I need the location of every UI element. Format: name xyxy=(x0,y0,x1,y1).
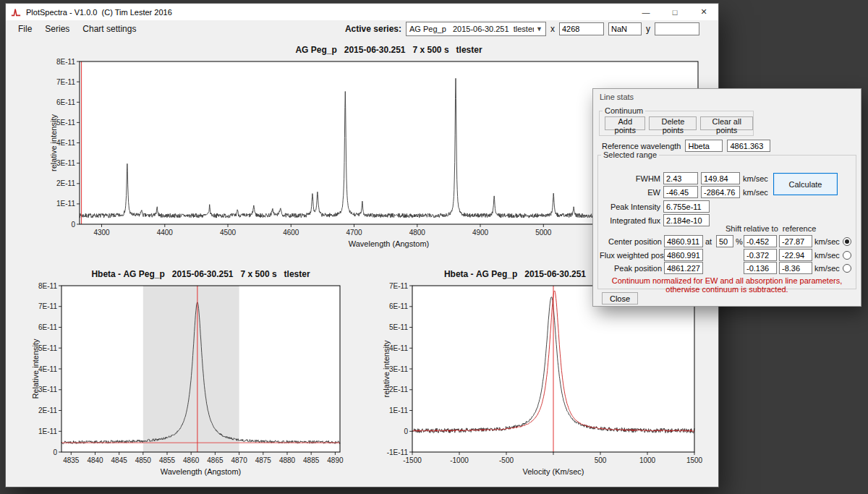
svg-text:2E-11: 2E-11 xyxy=(389,386,408,393)
center-shift-kmsec-field[interactable] xyxy=(779,235,812,247)
peak-shift-angstrom-field[interactable] xyxy=(744,262,777,274)
peak-position-field[interactable] xyxy=(664,262,703,274)
active-series-cluster: Active series: AG Peg_p 2015-06-30.251 t… xyxy=(345,22,699,36)
x-coordinate-label: x xyxy=(550,24,555,34)
peak-shift-kmsec-field[interactable] xyxy=(779,262,812,274)
svg-text:3E-11: 3E-11 xyxy=(56,159,75,167)
svg-text:4E-11: 4E-11 xyxy=(56,139,75,147)
continuum-note-line1: Continuum normalized for EW and all abso… xyxy=(598,276,856,285)
svg-text:4800: 4800 xyxy=(409,229,426,237)
at-label: at xyxy=(705,237,714,246)
ew-row: EW km/sec xyxy=(600,186,772,198)
svg-text:4400: 4400 xyxy=(157,229,174,237)
svg-text:5E-11: 5E-11 xyxy=(38,344,57,352)
dialog-title: Line stats xyxy=(600,93,634,101)
peak-position-label: Peak position xyxy=(600,264,662,273)
svg-text:1E-11: 1E-11 xyxy=(56,200,75,208)
center-position-field[interactable] xyxy=(664,235,703,247)
minimize-button[interactable]: — xyxy=(631,4,660,20)
svg-text:-1E-11: -1E-11 xyxy=(387,448,409,456)
titlebar[interactable]: PlotSpectra - V1.0.0 (C) Tim Lester 2016… xyxy=(6,4,718,20)
fwhm-row: FWHM km/sec xyxy=(600,172,772,184)
clear-all-points-button[interactable]: Clear all points xyxy=(700,116,753,130)
x-coordinate-field[interactable] xyxy=(559,22,604,35)
svg-text:4700: 4700 xyxy=(346,229,362,237)
svg-text:6E-11: 6E-11 xyxy=(38,323,57,331)
svg-text:0: 0 xyxy=(71,221,75,229)
svg-text:0: 0 xyxy=(53,448,57,456)
svg-text:4500: 4500 xyxy=(220,229,237,237)
svg-text:2E-11: 2E-11 xyxy=(38,406,57,414)
peak-intensity-field[interactable] xyxy=(663,200,710,213)
svg-text:4900: 4900 xyxy=(472,229,489,237)
dialog-close-button[interactable]: Close xyxy=(602,292,638,305)
nan-field[interactable] xyxy=(608,22,642,35)
svg-text:4860: 4860 xyxy=(183,456,200,464)
flux-weighted-row: Flux weighted pos km/sec xyxy=(600,249,854,261)
window-controls: — □ ✕ xyxy=(631,4,718,20)
svg-text:4870: 4870 xyxy=(231,456,247,464)
svg-text:1500: 1500 xyxy=(686,456,703,464)
svg-text:Relative intensity: Relative intensity xyxy=(31,338,40,399)
svg-text:4885: 4885 xyxy=(303,456,320,464)
ew-kmsec-field[interactable] xyxy=(701,186,740,198)
menu-file[interactable]: File xyxy=(12,22,38,35)
svg-text:2E-11: 2E-11 xyxy=(56,179,75,187)
svg-text:4850: 4850 xyxy=(135,456,152,464)
continuum-group-label: Continuum xyxy=(603,106,645,115)
svg-text:4600: 4600 xyxy=(283,229,299,237)
integrated-flux-field[interactable] xyxy=(663,214,710,226)
peak-position-radio[interactable] xyxy=(843,264,851,273)
svg-text:4E-11: 4E-11 xyxy=(38,365,57,373)
active-series-value: AG Peg_p 2015-06-30.251 tlester xyxy=(409,25,534,33)
svg-text:5000: 5000 xyxy=(535,229,552,237)
delete-points-button[interactable]: Delete points xyxy=(649,116,697,130)
active-series-dropdown[interactable]: AG Peg_p 2015-06-30.251 tlester ▼ xyxy=(406,22,546,36)
add-points-button[interactable]: Add points xyxy=(605,116,645,130)
svg-text:Velocity (Km/sec): Velocity (Km/sec) xyxy=(523,467,584,476)
svg-text:8E-11: 8E-11 xyxy=(38,282,57,290)
dialog-titlebar[interactable]: Line stats xyxy=(593,89,861,104)
flux-weighted-field[interactable] xyxy=(664,249,703,261)
center-position-row: Center position at % km/sec xyxy=(600,235,854,247)
center-unit: km/sec xyxy=(814,237,841,246)
peak-intensity-label: Peak Intensity xyxy=(600,203,660,211)
menu-series[interactable]: Series xyxy=(38,22,76,35)
svg-text:3E-11: 3E-11 xyxy=(38,386,57,393)
fwhm-kmsec-field[interactable] xyxy=(701,172,740,184)
center-percent-field[interactable] xyxy=(716,235,733,247)
continuum-note: Continuum normalized for EW and all abso… xyxy=(598,276,856,294)
peak-position-row: Peak position km/sec xyxy=(600,262,854,274)
svg-text:1E-11: 1E-11 xyxy=(389,406,408,414)
active-series-label: Active series: xyxy=(345,24,401,34)
svg-text:4840: 4840 xyxy=(87,456,103,464)
flux-weighted-radio[interactable] xyxy=(843,251,851,260)
svg-text:4300: 4300 xyxy=(93,229,110,237)
y-coordinate-field[interactable] xyxy=(655,22,699,35)
center-position-radio[interactable] xyxy=(843,237,851,246)
svg-text:4875: 4875 xyxy=(255,456,272,464)
fwhm-angstrom-field[interactable] xyxy=(663,172,698,184)
flux-weighted-shift-kmsec-field[interactable] xyxy=(779,249,812,261)
continuum-group: Continuum Add points Delete points Clear… xyxy=(599,106,754,136)
integrated-flux-row: Integrated flux xyxy=(600,214,710,226)
peak-position-unit: km/sec xyxy=(814,264,841,273)
hbeta-zoom-chart[interactable]: 4835484048454850485548604865487048754880… xyxy=(27,265,353,482)
menu-chart-settings[interactable]: Chart settings xyxy=(76,22,142,35)
svg-text:7E-11: 7E-11 xyxy=(56,78,75,86)
center-shift-angstrom-field[interactable] xyxy=(744,235,777,247)
svg-text:7E-11: 7E-11 xyxy=(389,282,408,290)
svg-text:-1000: -1000 xyxy=(450,456,469,464)
fwhm-label: FWHM xyxy=(600,174,660,183)
shift-relative-header: Shift relative to reference xyxy=(726,224,816,233)
svg-text:8E-11: 8E-11 xyxy=(56,58,75,66)
svg-text:4890: 4890 xyxy=(327,456,344,464)
flux-weighted-shift-angstrom-field[interactable] xyxy=(744,249,777,261)
svg-text:7E-11: 7E-11 xyxy=(38,302,57,310)
maximize-button[interactable]: □ xyxy=(660,4,689,20)
peak-intensity-row: Peak Intensity xyxy=(600,200,710,213)
svg-text:6E-11: 6E-11 xyxy=(56,98,75,106)
ew-angstrom-field[interactable] xyxy=(663,186,698,198)
close-button[interactable]: ✕ xyxy=(689,4,718,20)
calculate-button[interactable]: Calculate xyxy=(773,173,838,195)
